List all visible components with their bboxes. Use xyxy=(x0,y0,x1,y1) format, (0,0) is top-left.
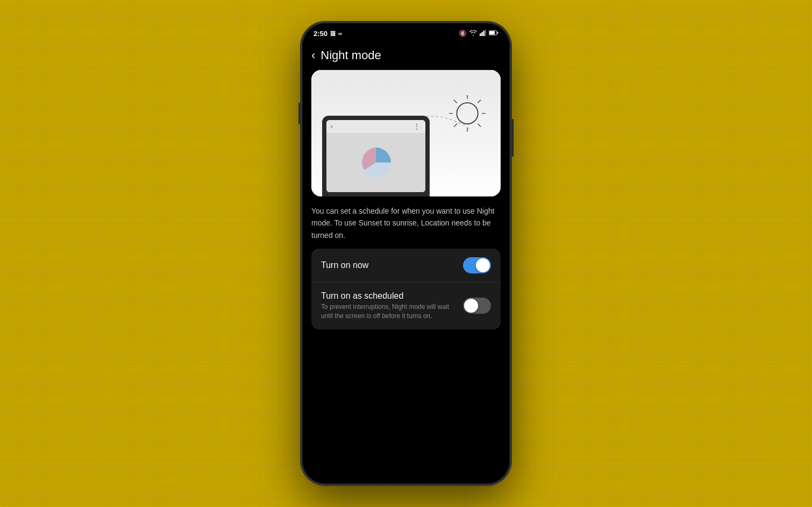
status-time: 2:50 🖼 ∞ xyxy=(314,30,342,38)
svg-rect-1 xyxy=(481,32,483,37)
svg-line-15 xyxy=(454,124,457,126)
toggle-knob-off xyxy=(464,299,478,313)
turn-on-scheduled-row[interactable]: Turn on as scheduled To prevent interrup… xyxy=(311,283,501,329)
mockup-back-icon: ‹ xyxy=(331,123,333,130)
svg-line-13 xyxy=(478,124,481,126)
page-title: Night mode xyxy=(320,48,381,62)
header: ‹ Night mode xyxy=(303,43,509,70)
pie-chart-area xyxy=(326,133,425,192)
description-text: You can set a schedule for when you want… xyxy=(303,196,509,249)
mockup-toolbar: ‹ ⋮ xyxy=(326,120,425,133)
illustration-inner: ‹ ⋮ xyxy=(311,70,501,196)
image-icon: 🖼 xyxy=(330,31,336,37)
svg-rect-5 xyxy=(489,31,495,34)
turn-on-now-content: Turn on now xyxy=(321,260,463,270)
turn-on-scheduled-content: Turn on as scheduled To prevent interrup… xyxy=(321,291,463,321)
toggle-knob-on xyxy=(476,258,490,272)
turn-on-scheduled-sublabel: To prevent interruptions, Night mode wil… xyxy=(321,302,454,321)
mockup-screen: ‹ ⋮ xyxy=(326,120,425,192)
turn-on-now-toggle[interactable] xyxy=(463,257,491,273)
svg-point-7 xyxy=(457,103,478,124)
voicemail-icon: ∞ xyxy=(338,31,342,37)
svg-rect-6 xyxy=(497,32,498,34)
phone-screen: 2:50 🖼 ∞ 🔇 xyxy=(303,24,509,483)
status-bar: 2:50 🖼 ∞ 🔇 xyxy=(303,24,509,43)
phone-mockup: ‹ ⋮ xyxy=(322,116,430,196)
battery-icon xyxy=(489,30,498,37)
back-button[interactable]: ‹ xyxy=(311,50,315,61)
bottom-spacer xyxy=(303,334,509,350)
turn-on-scheduled-toggle[interactable] xyxy=(463,298,491,314)
turn-on-now-row[interactable]: Turn on now xyxy=(311,249,501,283)
svg-rect-0 xyxy=(480,33,481,36)
svg-rect-3 xyxy=(485,30,487,36)
status-icons: 🔇 xyxy=(459,30,498,37)
turn-on-now-label: Turn on now xyxy=(321,260,454,270)
svg-line-12 xyxy=(454,100,457,103)
content-area[interactable]: ‹ ⋮ xyxy=(303,70,509,483)
signal-icon xyxy=(480,30,486,37)
settings-section: Turn on now Turn on as scheduled To prev… xyxy=(311,249,501,329)
phone-frame: 2:50 🖼 ∞ 🔇 xyxy=(301,22,511,485)
pie-chart xyxy=(360,146,392,179)
svg-line-14 xyxy=(478,100,481,103)
turn-on-scheduled-label: Turn on as scheduled xyxy=(321,291,454,301)
mute-icon: 🔇 xyxy=(459,30,467,37)
mockup-menu-icon: ⋮ xyxy=(413,122,421,131)
svg-rect-2 xyxy=(483,31,485,36)
wifi-icon xyxy=(469,30,477,37)
illustration-card: ‹ ⋮ xyxy=(311,70,501,196)
